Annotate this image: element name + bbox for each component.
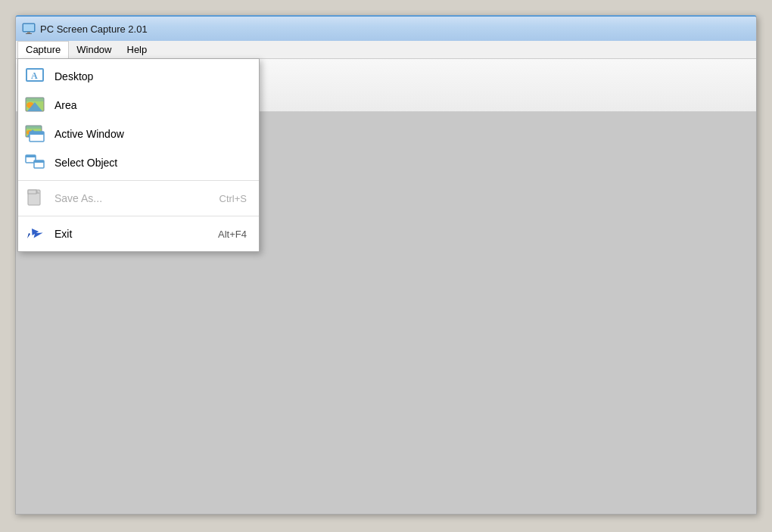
- active-window-menu-label: Active Window: [54, 128, 247, 140]
- menu-item-exit[interactable]: Exit Alt+F4: [18, 219, 259, 248]
- svg-rect-15: [30, 132, 44, 135]
- desktop-icon: A: [24, 66, 45, 87]
- menu-item-save-as[interactable]: Save As... Ctrl+S: [18, 184, 259, 213]
- svg-rect-13: [26, 126, 42, 129]
- exit-shortcut: Alt+F4: [218, 229, 247, 240]
- svg-rect-17: [26, 155, 36, 157]
- area-icon: [24, 95, 45, 116]
- app-title: PC Screen Capture 2.01: [40, 23, 148, 35]
- exit-label: Exit: [54, 228, 209, 240]
- svg-rect-22: [28, 190, 36, 194]
- svg-rect-3: [26, 33, 32, 34]
- menu-bar: Capture Window Help A Desktop: [16, 41, 756, 59]
- main-window: PC Screen Capture 2.01 Capture Window He…: [15, 15, 757, 515]
- menu-help[interactable]: Help: [120, 41, 155, 58]
- svg-rect-19: [34, 160, 44, 163]
- exit-icon: [24, 223, 45, 244]
- select-object-menu-icon: [24, 152, 45, 173]
- select-object-menu-label: Select Object: [54, 157, 247, 169]
- menu-item-select-object[interactable]: Select Object: [18, 148, 259, 177]
- separator-1: [18, 180, 259, 181]
- app-icon: [22, 22, 36, 36]
- menu-item-active-window[interactable]: Active Window: [18, 120, 259, 148]
- save-as-menu-icon: [24, 188, 45, 209]
- menu-item-area[interactable]: Area: [18, 91, 259, 120]
- separator-2: [18, 216, 259, 216]
- area-label: Area: [54, 99, 247, 111]
- capture-dropdown: A Desktop Area: [17, 58, 260, 252]
- save-as-shortcut: Ctrl+S: [219, 193, 247, 204]
- desktop-label: Desktop: [54, 70, 247, 82]
- svg-rect-9: [26, 98, 44, 101]
- title-bar: PC Screen Capture 2.01: [16, 17, 756, 41]
- save-as-menu-label: Save As...: [54, 192, 210, 204]
- svg-rect-2: [27, 32, 30, 33]
- svg-text:A: A: [31, 70, 38, 81]
- menu-window[interactable]: Window: [69, 41, 119, 58]
- svg-rect-1: [23, 24, 34, 31]
- menu-item-desktop[interactable]: A Desktop: [18, 62, 259, 91]
- active-window-menu-icon: [24, 123, 45, 145]
- menu-capture[interactable]: Capture: [17, 41, 69, 59]
